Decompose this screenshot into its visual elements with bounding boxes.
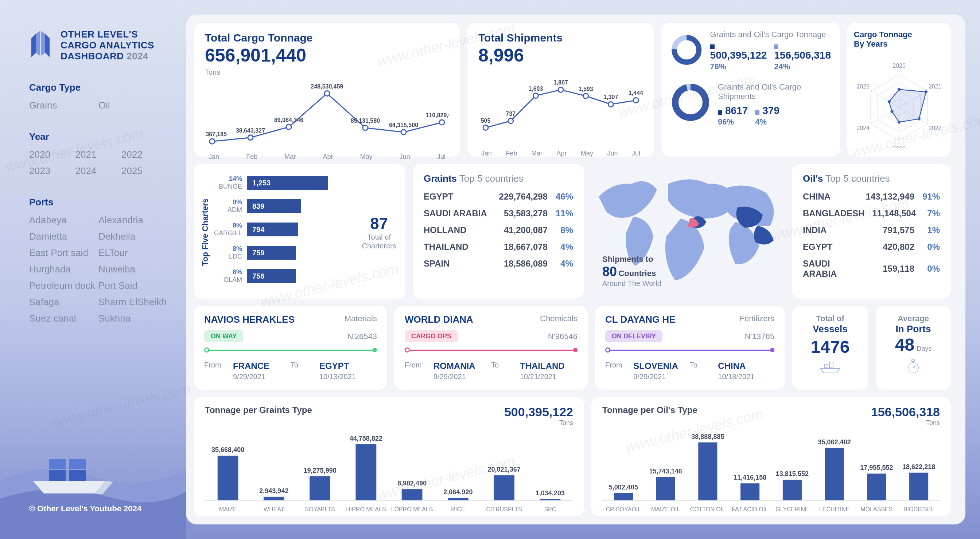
- svg-text:20,021,367: 20,021,367: [488, 466, 520, 473]
- shipments-line-chart: 5057371,6031,8071,5931,3071,444: [478, 73, 643, 146]
- filter-port-7[interactable]: Nuweiba: [99, 264, 168, 275]
- svg-text:89,084,346: 89,084,346: [274, 117, 303, 123]
- svg-rect-67: [264, 497, 285, 500]
- svg-point-32: [633, 98, 638, 103]
- charter-row: 9%CARGILL794: [214, 218, 355, 241]
- tono-x-labels: CR.SOYAOILMAIZE OILCOTTON OILFAT ACID OI…: [602, 506, 940, 513]
- shipments-value: 8,996: [478, 45, 643, 66]
- svg-text:20,367,185: 20,367,185: [205, 131, 227, 137]
- ship-category: Fertilizers: [740, 314, 775, 325]
- svg-point-20: [483, 125, 488, 130]
- status-badge: ON WAY: [204, 330, 243, 342]
- brand-title: OTHER LEVEL'S CARGO ANALYTICS DASHBOARD …: [60, 29, 154, 62]
- svg-text:13,815,552: 13,815,552: [776, 470, 809, 477]
- table-row: CHINA143,132,94991%: [803, 192, 940, 202]
- svg-rect-96: [909, 473, 928, 500]
- card-tonnage-oil-type: Tonnage per Oil's Type 156,506,318Tons 5…: [591, 397, 951, 517]
- filter-port-6[interactable]: Hurghada: [29, 264, 99, 275]
- filter-port-8[interactable]: Petroleum dock: [29, 280, 99, 291]
- filter-year-5[interactable]: 2025: [121, 165, 168, 177]
- filter-port-4[interactable]: East Port said: [29, 247, 99, 258]
- svg-line-63: [913, 366, 916, 368]
- card-ship-0[interactable]: NAVIOS HERAKLESMaterialsON WAYN'26543Fro…: [194, 306, 387, 390]
- filter-year-2[interactable]: 2022: [121, 149, 168, 160]
- tono-bar-chart: 5,002,40515,743,14638,888,88511,416,1581…: [602, 426, 940, 503]
- ship-name: CL DAYANG HE: [605, 314, 676, 325]
- svg-text:1,807: 1,807: [554, 79, 568, 86]
- svg-text:8,982,490: 8,982,490: [398, 480, 426, 487]
- filter-cargo-type-1[interactable]: Oil: [99, 100, 168, 111]
- filter-cargo-type-list: GrainsOil: [29, 100, 168, 111]
- donut-ship-p1: 96%: [718, 117, 748, 127]
- filter-year-4[interactable]: 2024: [75, 165, 122, 177]
- filter-cargo-type-0[interactable]: Grains: [29, 100, 99, 111]
- logo-icon: [29, 30, 52, 61]
- sidebar: OTHER LEVEL'S CARGO ANALYTICS DASHBOARD …: [14, 14, 179, 525]
- filter-port-2[interactable]: Damietta: [29, 231, 99, 242]
- ship-name: WORLD DIANA: [405, 314, 473, 325]
- svg-text:2022: 2022: [929, 125, 942, 131]
- avgport-l2: In Ports: [880, 323, 947, 335]
- svg-text:2020: 2020: [892, 63, 905, 69]
- svg-text:1,444: 1,444: [628, 90, 643, 96]
- avgport-n: 48: [895, 335, 915, 354]
- card-top5-grains: Graints Top 5 countries EGYPT229,764,298…: [413, 164, 584, 299]
- charters-bars: 14%BUNGE1,2539%ADM8399%CARGILL7948%LDC75…: [214, 171, 355, 293]
- charter-row: 8%OLAM756: [214, 265, 355, 288]
- card-ship-1[interactable]: WORLD DIANAChemicalsCARGO OPSN'96546From…: [395, 306, 588, 390]
- filter-port-11[interactable]: Sharm ElSheikh: [99, 296, 168, 308]
- svg-text:2024: 2024: [856, 125, 870, 131]
- radar-title-1: Cargo Tonnage: [854, 30, 912, 39]
- shipments-title: Total Shipments: [478, 32, 643, 44]
- filter-year-1[interactable]: 2021: [75, 149, 122, 160]
- card-donuts: Graints and Oil's Cargo Tonnage 500,395,…: [661, 22, 840, 157]
- filter-port-5[interactable]: ELTour: [99, 247, 168, 258]
- ship-category: Materials: [345, 314, 377, 325]
- svg-text:5,002,405: 5,002,405: [609, 484, 638, 491]
- filter-port-10[interactable]: Safaga: [29, 296, 99, 308]
- tong-bar-chart: 35,668,4002,943,94219,275,99044,758,8228…: [205, 426, 573, 503]
- tonnage-line-chart: 20,367,18538,643,32789,084,346248,530,45…: [205, 80, 449, 149]
- stopwatch-icon: [880, 358, 947, 377]
- filter-port-0[interactable]: Adabeya: [29, 214, 99, 226]
- filter-year-3[interactable]: 2023: [29, 165, 75, 177]
- ship-name: NAVIOS HERAKLES: [204, 314, 294, 325]
- vessels-l1: Total of: [795, 314, 865, 323]
- filter-port-1[interactable]: Alexandria: [99, 214, 168, 226]
- card-total-tonnage: Total Cargo Tonnage 656,901,440 Tons 20,…: [194, 22, 460, 157]
- top5o-suffix: Top 5 countries: [826, 173, 889, 184]
- donut-tonnage-p1: 76%: [710, 62, 767, 71]
- svg-point-53: [891, 110, 894, 113]
- avgport-l1: Average: [880, 314, 947, 323]
- charter-row: 8%LDC759: [214, 241, 355, 265]
- svg-text:85,131,580: 85,131,580: [351, 117, 380, 124]
- svg-point-28: [583, 94, 589, 99]
- charter-row: 9%ADM839: [214, 195, 355, 218]
- svg-point-52: [897, 120, 900, 124]
- top5g-rows: EGYPT229,764,29846%SAUDI ARABIA53,583,27…: [424, 192, 573, 269]
- card-avg-in-ports: Average In Ports 48Days: [876, 306, 951, 390]
- svg-rect-86: [698, 442, 717, 500]
- world-map: Shipments to 80 Countries Around The Wor…: [591, 164, 784, 299]
- tonnage-unit: Tons: [205, 68, 449, 76]
- tong-unit: Tons: [504, 419, 573, 427]
- tong-total: 500,395,122: [504, 405, 573, 419]
- ship-category: Chemicals: [540, 314, 578, 325]
- table-row: SPAIN18,586,0894%: [424, 258, 573, 269]
- svg-rect-65: [218, 456, 239, 500]
- svg-text:2,943,942: 2,943,942: [259, 487, 288, 495]
- filter-port-12[interactable]: Suez canal: [29, 313, 99, 324]
- card-ship-2[interactable]: CL DAYANG HEFertilizersON DELEVIRYN'1376…: [595, 306, 784, 390]
- shipments-x-labels: JanFebMarAprMayJunJul: [478, 150, 643, 157]
- svg-text:18,622,218: 18,622,218: [902, 463, 935, 471]
- filter-year-0[interactable]: 2020: [29, 149, 75, 160]
- tonnage-title: Total Cargo Tonnage: [205, 32, 449, 44]
- svg-text:1,593: 1,593: [579, 86, 593, 92]
- filter-port-13[interactable]: Sukhna: [99, 313, 168, 324]
- filter-port-3[interactable]: Dekheila: [99, 231, 168, 242]
- svg-text:44,758,822: 44,758,822: [350, 435, 382, 442]
- filter-port-9[interactable]: Port Said: [99, 280, 168, 291]
- top5g-suffix: Top 5 countries: [460, 173, 523, 184]
- svg-text:19,275,990: 19,275,990: [304, 467, 337, 474]
- svg-rect-94: [867, 474, 886, 500]
